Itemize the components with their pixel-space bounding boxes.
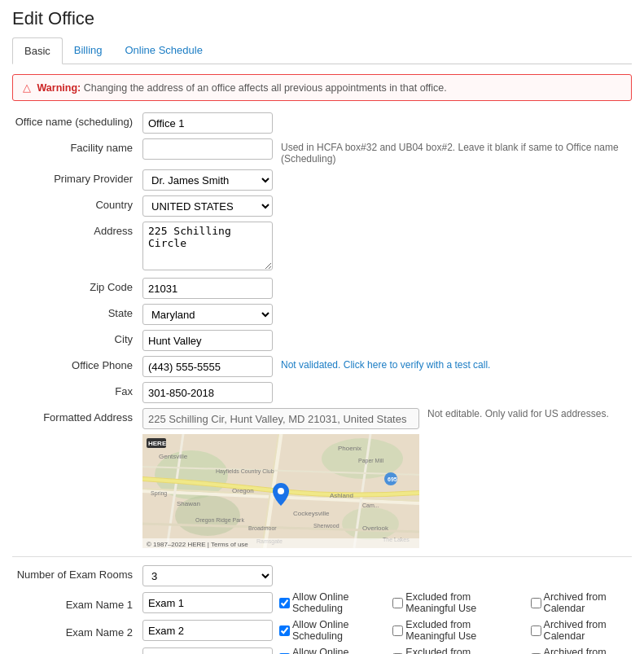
archived-calendar-1-checkbox[interactable] bbox=[531, 598, 541, 608]
excluded-meaningful-2-text: Excluded from Meaningful Use bbox=[405, 619, 520, 642]
office-name-input[interactable] bbox=[142, 112, 273, 134]
office-name-control bbox=[142, 112, 273, 134]
svg-point-4 bbox=[342, 507, 399, 540]
warning-box: △ Warning: Changing the address of an of… bbox=[12, 74, 632, 101]
page-title: Edit Office bbox=[12, 8, 632, 29]
allow-online-1-checkbox[interactable] bbox=[279, 598, 290, 608]
address-input[interactable]: 225 Schilling Circle bbox=[142, 222, 273, 270]
formatted-address-hint: Not editable. Only valid for US addresse… bbox=[427, 408, 609, 419]
excluded-meaningful-2-checkbox[interactable] bbox=[392, 625, 403, 636]
archived-calendar-3-text: Archived from Calendar bbox=[544, 647, 632, 654]
facility-name-row: Facility name Used in HCFA box#32 and UB… bbox=[12, 138, 632, 165]
map-svg: Gentsville Hayfields Country Club Phoeni… bbox=[142, 434, 419, 548]
zip-code-input[interactable] bbox=[142, 278, 273, 299]
primary-provider-control: Dr. James Smith bbox=[142, 169, 273, 191]
excluded-meaningful-3-label[interactable]: Excluded from Meaningful Use bbox=[392, 647, 520, 654]
office-phone-hint[interactable]: Not validated. Click here to verify with… bbox=[281, 356, 490, 371]
facility-name-control bbox=[142, 138, 273, 160]
tab-online-schedule[interactable]: Online Schedule bbox=[113, 37, 213, 64]
svg-text:Paper Mill: Paper Mill bbox=[358, 458, 384, 464]
fax-input[interactable] bbox=[142, 382, 273, 403]
tab-basic[interactable]: Basic bbox=[12, 37, 63, 64]
form-section: Office name (scheduling) Facility name U… bbox=[12, 112, 632, 654]
formatted-address-row: Formatted Address Not editable. Only val… bbox=[12, 408, 632, 429]
warning-prefix: Warning: bbox=[37, 82, 81, 94]
address-control: 225 Schilling Circle bbox=[142, 222, 273, 273]
state-select[interactable]: Maryland bbox=[142, 304, 273, 325]
allow-online-2-text: Allow Online Scheduling bbox=[292, 619, 383, 642]
allow-online-1-label[interactable]: Allow Online Scheduling bbox=[279, 591, 383, 614]
primary-provider-row: Primary Provider Dr. James Smith bbox=[12, 169, 632, 191]
exam-name-2-input[interactable] bbox=[142, 620, 273, 641]
svg-text:Oregon: Oregon bbox=[232, 487, 254, 494]
excluded-meaningful-1-text: Excluded from Meaningful Use bbox=[405, 591, 520, 614]
fax-label: Fax bbox=[12, 382, 142, 397]
exam-name-1-row: Exam Name 1 Allow Online Scheduling Excl… bbox=[12, 591, 632, 614]
country-select[interactable]: UNITED STATES bbox=[142, 195, 273, 217]
archived-calendar-3-label[interactable]: Archived from Calendar bbox=[531, 647, 632, 654]
country-row: Country UNITED STATES bbox=[12, 195, 632, 217]
svg-text:Ashland: Ashland bbox=[330, 492, 353, 499]
address-label: Address bbox=[12, 222, 142, 237]
archived-calendar-1-label[interactable]: Archived from Calendar bbox=[531, 591, 632, 614]
exam-name-2-label: Exam Name 2 bbox=[12, 623, 142, 639]
excluded-meaningful-1-label[interactable]: Excluded from Meaningful Use bbox=[392, 591, 520, 614]
fax-control bbox=[142, 382, 273, 403]
state-label: State bbox=[12, 304, 142, 319]
primary-provider-select[interactable]: Dr. James Smith bbox=[142, 169, 273, 191]
svg-text:Overlook: Overlook bbox=[362, 525, 389, 532]
exam-name-3-label: Exam Name 3 bbox=[12, 651, 142, 655]
excluded-meaningful-3-text: Excluded from Meaningful Use bbox=[405, 647, 520, 654]
allow-online-2-checkbox[interactable] bbox=[279, 625, 290, 636]
office-phone-input[interactable] bbox=[142, 356, 273, 377]
svg-text:Shawan: Shawan bbox=[177, 500, 200, 507]
city-row: City bbox=[12, 330, 632, 351]
svg-text:Sherwood: Sherwood bbox=[313, 523, 340, 529]
map-wrapper: Gentsville Hayfields Country Club Phoeni… bbox=[142, 434, 632, 548]
tab-billing[interactable]: Billing bbox=[63, 37, 114, 64]
office-name-row: Office name (scheduling) bbox=[12, 112, 632, 134]
num-exam-rooms-select[interactable]: 12345 bbox=[142, 565, 273, 586]
formatted-address-control bbox=[142, 408, 419, 429]
warning-icon: △ bbox=[23, 82, 31, 94]
city-input[interactable] bbox=[142, 330, 273, 351]
num-exam-rooms-row: Number of Exam Rooms 12345 bbox=[12, 565, 632, 586]
allow-online-3-label[interactable]: Allow Online Scheduling bbox=[279, 647, 383, 654]
svg-text:Broadmoor: Broadmoor bbox=[248, 525, 277, 531]
excluded-meaningful-2-label[interactable]: Excluded from Meaningful Use bbox=[392, 619, 520, 642]
office-phone-label: Office Phone bbox=[12, 356, 142, 371]
office-name-label: Office name (scheduling) bbox=[12, 112, 142, 128]
svg-text:Phoenix: Phoenix bbox=[338, 445, 361, 452]
city-control bbox=[142, 330, 273, 351]
svg-text:HERE: HERE bbox=[148, 440, 167, 447]
num-exam-rooms-label: Number of Exam Rooms bbox=[12, 565, 142, 581]
archived-calendar-2-checkbox[interactable] bbox=[531, 625, 541, 636]
archived-calendar-2-label[interactable]: Archived from Calendar bbox=[531, 619, 632, 642]
office-phone-row: Office Phone Not validated. Click here t… bbox=[12, 356, 632, 377]
allow-online-2-label[interactable]: Allow Online Scheduling bbox=[279, 619, 383, 642]
state-row: State Maryland bbox=[12, 304, 632, 325]
allow-online-3-text: Allow Online Scheduling bbox=[292, 647, 383, 654]
office-phone-control bbox=[142, 356, 273, 377]
allow-online-1-text: Allow Online Scheduling bbox=[292, 591, 383, 614]
facility-name-label: Facility name bbox=[12, 138, 142, 154]
fax-row: Fax bbox=[12, 382, 632, 403]
facility-name-input[interactable] bbox=[142, 138, 273, 160]
exam-name-3-input[interactable] bbox=[142, 647, 273, 654]
svg-text:Cam...: Cam... bbox=[362, 503, 379, 508]
svg-text:Cockeysville: Cockeysville bbox=[293, 510, 330, 517]
svg-text:Hayfields Country Club: Hayfields Country Club bbox=[216, 468, 274, 475]
tabs-container: Basic Billing Online Schedule bbox=[12, 37, 632, 64]
svg-text:695: 695 bbox=[388, 476, 397, 482]
exam-name-1-label: Exam Name 1 bbox=[12, 595, 142, 611]
primary-provider-label: Primary Provider bbox=[12, 169, 142, 185]
warning-message: Changing the address of an office affect… bbox=[84, 82, 447, 94]
exam-name-1-input[interactable] bbox=[142, 592, 273, 613]
country-label: Country bbox=[12, 195, 142, 211]
svg-text:Spring: Spring bbox=[151, 490, 167, 497]
zip-code-control bbox=[142, 278, 273, 299]
excluded-meaningful-1-checkbox[interactable] bbox=[392, 598, 403, 608]
address-row: Address 225 Schilling Circle bbox=[12, 222, 632, 273]
country-control: UNITED STATES bbox=[142, 195, 273, 217]
exam-name-2-row: Exam Name 2 Allow Online Scheduling Excl… bbox=[12, 619, 632, 642]
